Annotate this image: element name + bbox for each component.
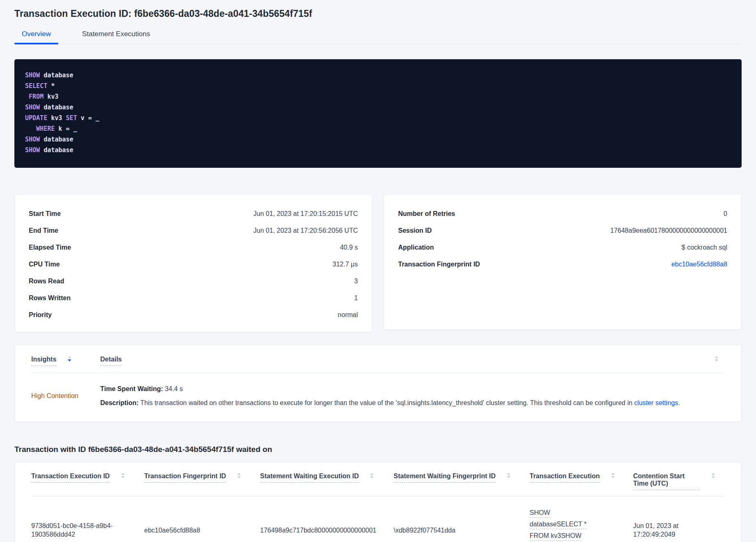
sort-icon[interactable] [237,473,241,478]
sql-statement-box: SHOW databaseSELECT * FROM kv3SHOW datab… [14,59,742,168]
table-row: 9738d051-bc0e-4158-a9b4-1903586ddd42ebc1… [31,496,725,542]
sql-keyword: SELECT [25,82,47,90]
sort-asc-icon [611,473,615,475]
stat-value: 1 [354,294,358,303]
table-cell-statement-waiting-execution-id: 176498a9c717bdc80000000000000001 [260,526,394,535]
stat-row: Rows Written1 [29,294,358,303]
insight-description: Description: This transaction waited on … [100,398,725,408]
stat-row: Number of Retries0 [398,209,727,218]
stat-label: Number of Retries [398,209,455,218]
sort-desc-icon [712,476,715,478]
column-header[interactable]: Transaction Execution ID [31,473,144,483]
column-header[interactable]: Transaction Execution [530,473,633,483]
transaction-execution-link-wrap: SHOW databaseSELECT * FROM kv3SHOW datab… [530,507,604,542]
column-header[interactable]: Contention Start Time (UTC) [633,473,725,490]
sql-line: FROM kv3 [25,91,731,102]
stat-row: CPU Time312.7 µs [29,260,358,269]
column-header-label[interactable]: Transaction Execution [530,473,600,483]
sql-line: SHOW database [25,145,731,155]
execution-details-rows: Start TimeJun 01, 2023 at 17:20:15:2015 … [29,209,358,320]
sql-line: SHOW database [25,134,731,145]
sql-keyword: UPDATE [25,114,47,122]
stat-label: Elapsed Time [29,243,71,252]
waited-on-table-card: Transaction Execution IDTransaction Fing… [14,462,742,542]
cluster-settings-link[interactable]: cluster settings [634,399,678,406]
insight-row: High Contention Time Spent Waiting: 34.4… [31,373,725,408]
details-column-label[interactable]: Details [100,356,122,366]
stat-label: Priority [29,310,52,320]
sql-text: v = _ [77,114,99,122]
sort-asc-icon [370,473,373,475]
sort-icon[interactable] [712,473,715,478]
sort-asc-icon [507,473,510,475]
table-cell-transaction-execution-id: 9738d051-bc0e-4158-a9b4-1903586ddd42 [31,521,144,539]
stat-value-link[interactable]: ebc10ae56cfd88a8 [671,260,727,269]
stat-value: 0 [724,209,727,218]
sort-desc-icon [611,476,615,478]
stat-row: Rows Read3 [29,277,358,286]
stat-label: Transaction Fingerprint ID [398,260,480,269]
stat-label: Rows Read [29,277,64,286]
tab-statement-executions[interactable]: Statement Executions [75,30,157,44]
stat-row: Transaction Fingerprint IDebc10ae56cfd88… [398,260,727,269]
sql-keyword: SET [66,114,77,122]
sort-asc-icon [715,356,718,358]
tab-overview[interactable]: Overview [14,30,58,44]
stat-label: CPU Time [29,260,60,269]
column-header-label[interactable]: Transaction Fingerprint ID [144,473,226,483]
session-details-card: Number of Retries0Session ID17648a9eea60… [384,194,742,330]
column-header-label[interactable]: Statement Waiting Execution ID [260,473,359,483]
sort-desc-icon [237,476,241,478]
stat-label: End Time [29,226,58,235]
stat-value: 17648a9eea6017800000000000000001 [610,226,727,235]
waited-on-table-header: Transaction Execution IDTransaction Fing… [31,473,725,496]
column-header-label[interactable]: Transaction Execution ID [31,473,110,483]
insights-column-header[interactable]: Insights [31,356,100,366]
column-header[interactable]: Transaction Fingerprint ID [144,473,260,483]
column-header-label[interactable]: Statement Waiting Fingerprint ID [394,473,496,483]
stat-label: Start Time [29,209,61,218]
stat-value: $ cockroach sql [682,243,727,252]
time-spent-waiting: Time Spent Waiting: 34.4 s [100,384,725,394]
table-cell-transaction-fingerprint-id: ebc10ae56cfd88a8 [144,526,260,535]
sort-icon[interactable] [121,473,124,478]
stat-value: 3 [354,277,358,286]
sql-text: k = _ [55,125,77,132]
stat-row: Start TimeJun 01, 2023 at 17:20:15:2015 … [29,209,358,218]
sql-text: database [40,146,73,154]
sort-asc-icon [121,473,124,475]
sort-icon[interactable] [611,473,615,478]
sort-asc-icon [237,473,241,475]
column-header[interactable]: Statement Waiting Execution ID [260,473,394,483]
sql-keyword: SHOW [25,136,40,143]
column-header-label[interactable]: Contention Start Time (UTC) [633,473,700,490]
stat-row: Session ID17648a9eea60178000000000000000… [398,226,727,235]
sql-text: database [40,136,73,143]
sql-line: SHOW database [25,102,731,113]
summary-cards: Start TimeJun 01, 2023 at 17:20:15:2015 … [14,194,742,332]
stat-row: Elapsed Time40.9 s [29,243,358,252]
table-cell-contention-start-time: Jun 01, 2023 at 17:20:49:2049 [633,521,725,539]
sql-line: SELECT * [25,81,731,91]
table-cell-statement-waiting-fingerprint-id: \xdb8922f077541dda [394,526,530,535]
stat-row: Application$ cockroach sql [398,243,727,252]
waited-on-heading: Transaction with ID f6be6366-da03-48de-a… [14,445,742,454]
sort-icon[interactable] [507,473,510,478]
sort-icon[interactable] [68,356,71,361]
insights-column-label[interactable]: Insights [31,356,56,366]
column-header[interactable]: Statement Waiting Fingerprint ID [394,473,530,483]
insight-details: Time Spent Waiting: 34.4 s Description: … [100,384,725,408]
stat-value: 312.7 µs [332,260,358,269]
sort-desc-icon [715,359,718,361]
sort-asc-icon [68,356,71,358]
stat-label: Rows Written [29,294,71,303]
insight-type-label: High Contention [31,392,100,400]
sort-icon[interactable] [370,473,373,478]
stat-label: Session ID [398,226,432,235]
details-column-header[interactable]: Details [100,356,715,363]
sql-line: WHERE k = _ [25,123,731,134]
sql-keyword: SHOW [25,146,40,154]
sort-icon[interactable] [715,356,725,361]
transaction-execution-link[interactable]: SHOW databaseSELECT * FROM kv3SHOW datab… [530,509,590,542]
sql-text [25,93,29,100]
